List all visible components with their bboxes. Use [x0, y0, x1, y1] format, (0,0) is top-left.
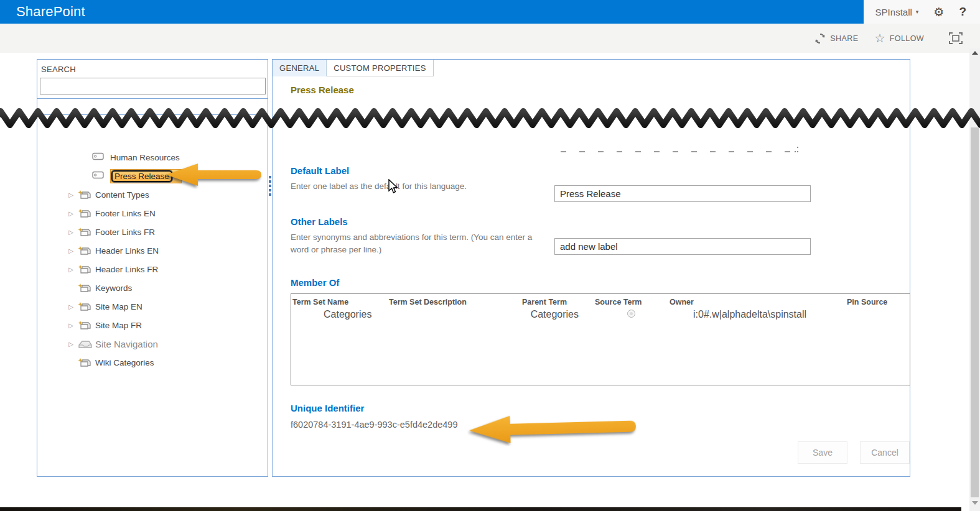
tree-item-keywords[interactable]: Keywords — [37, 279, 132, 297]
tab-general[interactable]: GENERAL — [273, 60, 327, 76]
member-of-section: Member Of Term Set Name Term Set Descrip… — [291, 277, 910, 385]
tree-item-label: Site Map EN — [95, 302, 142, 311]
tree-item-footer-links-fr[interactable]: ▷Footer Links FR — [37, 223, 155, 241]
term-set-icon — [77, 245, 92, 256]
share-icon — [814, 33, 826, 44]
selected-term-highlight: Press Release — [110, 169, 182, 183]
term-tree-panel: SEARCH Human ResourcesPress Release▷Cont… — [37, 59, 268, 477]
tree-item-header-links-fr[interactable]: ▷Header Links FR — [37, 260, 158, 279]
cell-term-set-description — [388, 308, 521, 320]
col-parent-term: Parent Term — [521, 294, 594, 308]
expand-icon[interactable]: ▷ — [65, 191, 77, 198]
expand-icon[interactable]: ▷ — [65, 210, 77, 217]
focus-on-content-button[interactable] — [949, 32, 963, 44]
vertical-scrollbar[interactable] — [969, 48, 980, 511]
term-set-icon — [77, 264, 92, 275]
cell-source-term — [594, 308, 668, 320]
member-of-heading: Member Of — [291, 277, 910, 288]
term-set-icon — [77, 282, 92, 293]
cell-owner: i:0#.w|alphadelta\spinstall — [668, 308, 846, 320]
expand-icon[interactable]: ▷ — [65, 303, 77, 310]
expand-icon[interactable]: ▷ — [65, 229, 77, 236]
sharepoint-logo: SharePoint — [16, 4, 85, 20]
term-set-icon — [77, 189, 92, 200]
default-label-heading: Default Label — [291, 165, 539, 176]
tree-item-content-types[interactable]: ▷Content Types — [37, 185, 149, 204]
unique-identifier-section: Unique Identifier f6020784-3191-4ae9-993… — [291, 403, 726, 430]
tree-item-site-navigation[interactable]: ▷Site Navigation — [37, 334, 158, 353]
scrollbar-thumb[interactable] — [971, 127, 979, 497]
source-term-radio[interactable] — [627, 310, 635, 318]
star-icon: ☆ — [874, 32, 885, 44]
chevron-down-icon: ▾ — [916, 9, 919, 15]
tree-item-header-links-en[interactable]: ▷Header Links EN — [37, 241, 159, 260]
term-title: Press Release — [291, 85, 354, 95]
gear-icon[interactable]: ⚙ — [933, 5, 944, 19]
cell-pin-source — [846, 308, 910, 320]
suite-bar: SharePoint SPInstall ▾ ⚙ ? — [0, 0, 980, 24]
table-row: Categories Categories i:0#.w|alphadelta\… — [291, 308, 910, 320]
tree-item-label: Header Links FR — [95, 265, 158, 274]
scroll-down-icon[interactable] — [972, 501, 978, 505]
tree-item-site-map-fr[interactable]: ▷Site Map FR — [37, 316, 142, 334]
divider — [37, 114, 268, 115]
default-label-description: Enter one label as the default for this … — [291, 180, 539, 193]
tree-item-human-resources[interactable]: Human Resources — [37, 148, 180, 167]
tree-item-footer-links-en[interactable]: ▷Footer Links EN — [37, 204, 156, 223]
unique-identifier-heading: Unique Identifier — [291, 403, 726, 413]
term-properties-panel: GENERAL CUSTOM PROPERTIES Press Release … — [272, 59, 910, 477]
follow-label: FOLLOW — [890, 34, 924, 43]
cell-parent-term: Categories — [521, 308, 594, 320]
term-set-icon — [77, 357, 92, 368]
ribbon-row: SHARE ☆ FOLLOW — [0, 24, 980, 53]
share-label: SHARE — [830, 34, 858, 43]
unique-identifier-value: f6020784-3191-4ae9-993c-e5fd4e2de499 — [291, 420, 726, 430]
cancel-button[interactable]: Cancel — [860, 441, 910, 464]
tree-item-label: Footer Links EN — [95, 209, 156, 218]
default-label-input[interactable] — [554, 185, 811, 202]
term-set-icon — [77, 320, 92, 331]
cell-term-set-name: Categories — [291, 308, 388, 320]
col-term-set-description: Term Set Description — [388, 294, 521, 308]
col-owner: Owner — [668, 294, 846, 308]
col-pin-source: Pin Source — [846, 294, 910, 308]
tree-item-site-map-en[interactable]: ▷Site Map EN — [37, 297, 142, 316]
background-window-edge — [0, 507, 961, 511]
term-set-icon — [77, 301, 92, 312]
tree-item-label: Header Links EN — [95, 246, 159, 255]
tab-bar: GENERAL CUSTOM PROPERTIES — [273, 60, 434, 76]
member-of-table: Term Set Name Term Set Description Paren… — [291, 293, 910, 385]
expand-icon[interactable]: ▷ — [65, 266, 77, 273]
user-menu[interactable]: SPInstall ▾ — [875, 7, 919, 17]
tree-item-wiki-categories[interactable]: Wiki Categories — [37, 353, 154, 372]
other-labels-heading: Other Labels — [291, 216, 538, 227]
expand-icon[interactable]: ▷ — [65, 322, 77, 329]
tree-item-label: Content Types — [95, 190, 149, 200]
tree-item-label: Keywords — [95, 283, 132, 293]
tree-item-label: Site Navigation — [95, 339, 158, 349]
save-button[interactable]: Save — [798, 441, 847, 464]
help-icon[interactable]: ? — [959, 5, 966, 19]
scroll-up-icon[interactable] — [972, 51, 978, 55]
expand-icon[interactable]: ▷ — [65, 247, 77, 254]
resize-grip-icon[interactable] — [793, 147, 798, 152]
focus-icon — [949, 32, 963, 44]
search-input[interactable] — [40, 78, 266, 94]
search-label: SEARCH — [41, 65, 76, 74]
term-set-icon — [77, 208, 92, 219]
share-button[interactable]: SHARE — [814, 33, 858, 44]
other-labels-input[interactable] — [554, 238, 811, 255]
tree-item-label: Press Release — [111, 170, 172, 182]
table-header-row: Term Set Name Term Set Description Paren… — [291, 294, 910, 308]
suite-bar-brand-area: SharePoint — [0, 0, 864, 24]
tab-custom-properties[interactable]: CUSTOM PROPERTIES — [327, 60, 433, 76]
divider — [37, 98, 268, 99]
tree-item-press-release[interactable]: Press Release — [37, 167, 182, 185]
term-group-icon — [77, 338, 92, 349]
term-icon — [92, 152, 106, 161]
follow-button[interactable]: ☆ FOLLOW — [874, 32, 924, 44]
suite-bar-right: SPInstall ▾ ⚙ ? — [864, 0, 980, 24]
col-term-set-name: Term Set Name — [291, 294, 388, 308]
tree-item-label: Site Map FR — [95, 321, 142, 330]
expand-icon[interactable]: ▷ — [65, 341, 77, 348]
